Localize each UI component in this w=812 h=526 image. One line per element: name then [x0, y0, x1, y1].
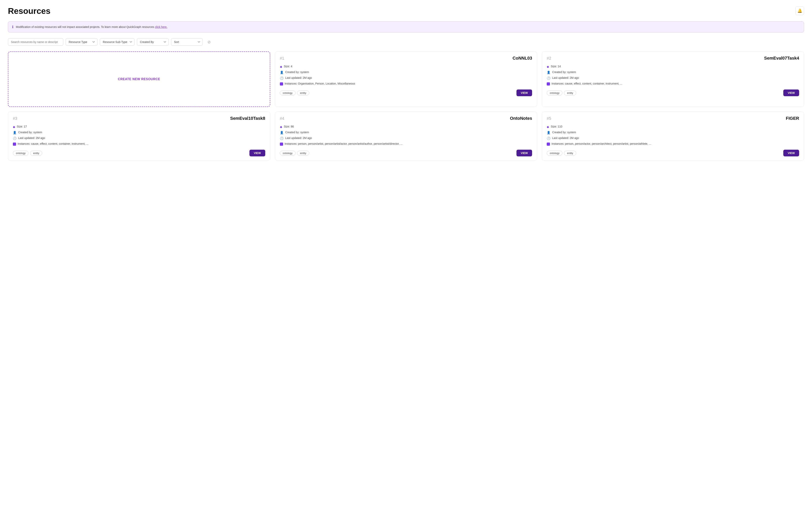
created-by-row: 👤 Created by: system — [280, 131, 532, 134]
card-meta: ◆ Size: 17 👤 Created by: system 🕐 Last u… — [13, 125, 265, 146]
page-title: Resources — [8, 6, 50, 16]
card-header: #5 FIGER — [547, 116, 799, 121]
card-meta: ◆ Size: 86 👤 Created by: system 🕐 Last u… — [280, 125, 532, 146]
size-row: ◆ Size: 4 — [280, 65, 532, 69]
instances-text: Instances: cause, effect, content, conta… — [18, 142, 88, 145]
tag-ontology[interactable]: ontology — [280, 151, 295, 156]
resource-card: #2 SemEval07Task4 ◆ Size: 14 👤 Created b… — [542, 52, 804, 107]
card-number: #3 — [13, 116, 17, 121]
instances-row: Instances: cause, effect, content, conta… — [13, 142, 265, 146]
card-number: #1 — [280, 56, 284, 61]
tags-container: ontologyentity — [547, 90, 576, 96]
updated-row: 🕐 Last updated: 2M ago — [280, 136, 532, 140]
card-number: #2 — [547, 56, 551, 61]
tag-ontology[interactable]: ontology — [547, 151, 562, 156]
updated-row: 🕐 Last updated: 2M ago — [13, 136, 265, 140]
instances-icon — [13, 143, 16, 146]
created-by-select[interactable]: Created By — [137, 38, 169, 46]
updated-row: 🕐 Last updated: 2M ago — [280, 76, 532, 80]
created-by-row: 👤 Created by: system — [547, 71, 799, 74]
card-header: #2 SemEval07Task4 — [547, 56, 799, 61]
instances-row: Instances: person, person/actor, person/… — [547, 142, 799, 146]
bell-icon: 🔔 — [797, 8, 802, 13]
tag-ontology[interactable]: ontology — [280, 90, 295, 96]
instances-text: Instances: Organisation, Person, Locatio… — [285, 82, 355, 85]
resource-card: #5 FIGER ◆ Size: 110 👤 Created by: syste… — [542, 112, 804, 161]
sort-select[interactable]: Sort — [171, 38, 203, 46]
updated-text: Last updated: 2M ago — [285, 76, 312, 79]
filters-row: Resource Type Resource Sub-Type Created … — [8, 38, 804, 46]
user-icon: 👤 — [280, 131, 284, 134]
card-footer: ontologyentity VIEW — [547, 89, 799, 96]
instances-icon — [547, 82, 550, 86]
created-by-text: Created by: system — [552, 71, 576, 74]
tag-entity[interactable]: entity — [564, 90, 576, 96]
cards-grid: CREATE NEW RESOURCE #1 CoNNL03 ◆ Size: 4… — [8, 52, 804, 161]
view-button[interactable]: VIEW — [517, 150, 532, 156]
instances-row: Instances: person, person/artist, person… — [280, 142, 532, 146]
view-button[interactable]: VIEW — [783, 150, 799, 156]
view-button[interactable]: VIEW — [783, 89, 799, 96]
page-header: Resources 🔔 — [8, 6, 804, 16]
updated-text: Last updated: 2M ago — [285, 136, 312, 140]
size-icon: ◆ — [13, 125, 15, 129]
tags-container: ontologyentity — [13, 151, 42, 156]
size-icon: ◆ — [280, 125, 282, 129]
card-meta: ◆ Size: 110 👤 Created by: system 🕐 Last … — [547, 125, 799, 146]
card-meta: ◆ Size: 14 👤 Created by: system 🕐 Last u… — [547, 65, 799, 86]
filter-slash-icon: ⊘ — [207, 40, 211, 44]
size-row: ◆ Size: 86 — [280, 125, 532, 129]
card-name: FIGER — [786, 116, 799, 121]
updated-row: 🕐 Last updated: 2M ago — [547, 136, 799, 140]
updated-text: Last updated: 2M ago — [18, 136, 45, 140]
size-row: ◆ Size: 14 — [547, 65, 799, 69]
clock-icon: 🕐 — [280, 136, 284, 140]
tag-ontology[interactable]: ontology — [13, 151, 29, 156]
size-text: Size: 86 — [284, 125, 294, 128]
clock-icon: 🕐 — [547, 76, 551, 80]
card-number: #5 — [547, 116, 551, 121]
instances-icon — [547, 143, 550, 146]
card-name: CoNNL03 — [512, 56, 532, 61]
size-text: Size: 17 — [17, 125, 27, 128]
filter-reset-button[interactable]: ⊘ — [205, 38, 213, 46]
card-number: #4 — [280, 116, 284, 121]
clock-icon: 🕐 — [13, 136, 17, 140]
tag-entity[interactable]: entity — [30, 151, 42, 156]
clock-icon: 🕐 — [547, 136, 551, 140]
banner-text: Modification of existing resources will … — [16, 25, 167, 29]
view-button[interactable]: VIEW — [517, 89, 532, 96]
card-header: #4 OntoNotes — [280, 116, 532, 121]
card-name: SemEval07Task4 — [764, 56, 799, 61]
banner-link[interactable]: click here. — [155, 25, 167, 29]
view-button[interactable]: VIEW — [249, 150, 265, 156]
card-name: OntoNotes — [510, 116, 532, 121]
tag-entity[interactable]: entity — [564, 151, 576, 156]
created-by-row: 👤 Created by: system — [13, 131, 265, 134]
resource-type-select[interactable]: Resource Type — [66, 38, 97, 46]
resource-subtype-select[interactable]: Resource Sub-Type — [100, 38, 135, 46]
notification-bell-button[interactable]: 🔔 — [795, 6, 804, 15]
updated-row: 🕐 Last updated: 2M ago — [547, 76, 799, 80]
instances-text: Instances: cause, effect, content, conta… — [551, 82, 622, 85]
size-text: Size: 14 — [551, 65, 561, 68]
resource-card: #3 SemEval10Task8 ◆ Size: 17 👤 Created b… — [8, 112, 270, 161]
tags-container: ontologyentity — [280, 151, 309, 156]
card-header: #3 SemEval10Task8 — [13, 116, 265, 121]
tags-container: ontologyentity — [280, 90, 309, 96]
tag-entity[interactable]: entity — [297, 151, 309, 156]
create-new-resource-card[interactable]: CREATE NEW RESOURCE — [8, 52, 270, 107]
created-by-row: 👤 Created by: system — [280, 71, 532, 74]
user-icon: 👤 — [547, 131, 551, 134]
instances-text: Instances: person, person/artist, person… — [285, 142, 403, 145]
search-input[interactable] — [8, 38, 63, 46]
tag-entity[interactable]: entity — [297, 90, 309, 96]
updated-text: Last updated: 2M ago — [552, 136, 579, 140]
tag-ontology[interactable]: ontology — [547, 90, 562, 96]
user-icon: 👤 — [13, 131, 17, 134]
created-by-text: Created by: system — [18, 131, 42, 134]
created-by-text: Created by: system — [285, 71, 309, 74]
created-by-row: 👤 Created by: system — [547, 131, 799, 134]
updated-text: Last updated: 2M ago — [552, 76, 579, 79]
card-footer: ontologyentity VIEW — [13, 150, 265, 156]
